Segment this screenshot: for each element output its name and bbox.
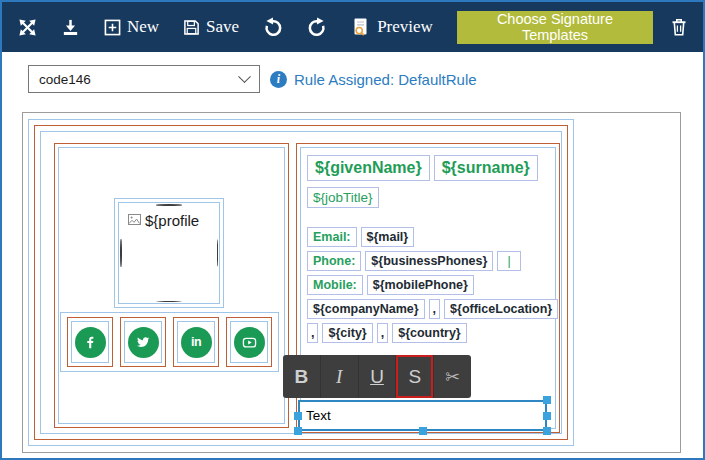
undo-button[interactable] <box>263 17 283 37</box>
download-button[interactable] <box>61 18 80 37</box>
new-label: New <box>127 17 159 37</box>
comma-separator[interactable]: , <box>307 323 318 343</box>
preview-label: Preview <box>377 17 433 37</box>
broken-image-mark <box>217 239 219 267</box>
field-office-location[interactable]: ${officeLocation} <box>444 299 558 319</box>
social-facebook[interactable] <box>67 317 113 367</box>
resize-handle-top-right[interactable] <box>543 396 551 404</box>
bold-button[interactable]: B <box>283 355 321 398</box>
comma-separator[interactable]: , <box>377 323 388 343</box>
download-icon <box>61 18 80 37</box>
social-icons-row: in <box>60 312 279 372</box>
facebook-icon <box>75 327 106 358</box>
left-cell-inner: ${profile <box>58 147 285 424</box>
expand-arrows-icon <box>18 18 37 37</box>
mobile-label[interactable]: Mobile: <box>307 275 363 295</box>
strikethrough-button[interactable]: S <box>396 355 434 398</box>
field-job-title[interactable]: ${jobTitle} <box>307 187 379 208</box>
cut-button[interactable]: ✂ <box>434 355 471 398</box>
field-business-phones[interactable]: ${businessPhones} <box>365 251 493 271</box>
save-label: Save <box>206 17 239 37</box>
app-window: New Save <box>0 0 705 460</box>
resize-handle-mid-left[interactable] <box>294 412 302 420</box>
resize-handle-mid-right[interactable] <box>543 412 551 420</box>
left-cell: ${profile <box>54 143 289 428</box>
resize-handle-bottom-center[interactable] <box>419 427 427 435</box>
rule-assigned: i Rule Assigned: DefaultRule <box>270 65 477 93</box>
top-toolbar: New Save <box>2 2 703 52</box>
scissors-icon: ✂ <box>445 366 460 388</box>
broken-image-mark <box>156 301 182 303</box>
field-mobile-phone[interactable]: ${mobilePhone} <box>367 275 474 295</box>
italic-button[interactable]: I <box>321 355 359 398</box>
broken-image-mark <box>120 239 122 267</box>
resize-handle-bottom-left[interactable] <box>294 427 302 435</box>
email-label[interactable]: Email: <box>307 227 357 247</box>
broken-image-mark <box>156 204 182 206</box>
choose-signature-templates-button[interactable]: Choose Signature Templates <box>457 11 653 44</box>
signature-canvas: ${profile <box>22 112 681 453</box>
phone-label[interactable]: Phone: <box>307 251 361 271</box>
new-plus-square-icon <box>104 19 121 36</box>
linkedin-icon: in <box>181 327 212 358</box>
expand-button[interactable] <box>18 18 37 37</box>
field-surname[interactable]: ${surname} <box>434 155 538 181</box>
chevron-down-icon <box>238 70 251 83</box>
text-cursor[interactable]: | <box>497 251 520 271</box>
rule-assigned-label: Rule Assigned: DefaultRule <box>294 71 477 88</box>
text-element-content: Text <box>306 408 331 423</box>
social-youtube[interactable] <box>226 317 272 367</box>
trash-icon <box>669 17 689 37</box>
profile-image-broken-frame: ${profile <box>118 202 220 304</box>
save-button[interactable]: Save <box>183 17 239 37</box>
redo-icon <box>307 17 327 37</box>
save-floppy-icon <box>183 19 200 36</box>
social-twitter[interactable] <box>120 317 166 367</box>
profile-alt-text: ${profile <box>145 212 199 229</box>
redo-button[interactable] <box>307 17 327 37</box>
underline-button[interactable]: U <box>359 355 397 398</box>
field-company-name[interactable]: ${companyName} <box>307 299 425 319</box>
broken-image-icon <box>128 212 141 229</box>
field-country[interactable]: ${country} <box>392 323 467 343</box>
template-select-value: code146 <box>39 72 91 87</box>
format-toolbar: B I U S ✂ <box>283 355 471 398</box>
youtube-icon <box>234 327 265 358</box>
profile-image-placeholder[interactable]: ${profile <box>114 198 224 308</box>
strikethrough-label: S <box>408 366 421 388</box>
text-element[interactable]: Text <box>298 400 547 431</box>
resize-handle-bottom-right[interactable] <box>543 427 551 435</box>
new-button[interactable]: New <box>104 17 159 37</box>
comma-separator[interactable]: , <box>429 299 440 319</box>
field-mail[interactable]: ${mail} <box>361 227 415 247</box>
delete-button[interactable] <box>669 17 689 37</box>
preview-document-icon <box>351 17 371 37</box>
field-given-name[interactable]: ${givenName} <box>307 155 430 181</box>
field-city[interactable]: ${city} <box>322 323 372 343</box>
twitter-icon <box>128 327 159 358</box>
social-linkedin[interactable]: in <box>173 317 219 367</box>
template-select[interactable]: code146 <box>28 65 260 93</box>
undo-icon <box>263 17 283 37</box>
preview-button[interactable]: Preview <box>351 17 433 37</box>
info-icon: i <box>270 71 287 88</box>
